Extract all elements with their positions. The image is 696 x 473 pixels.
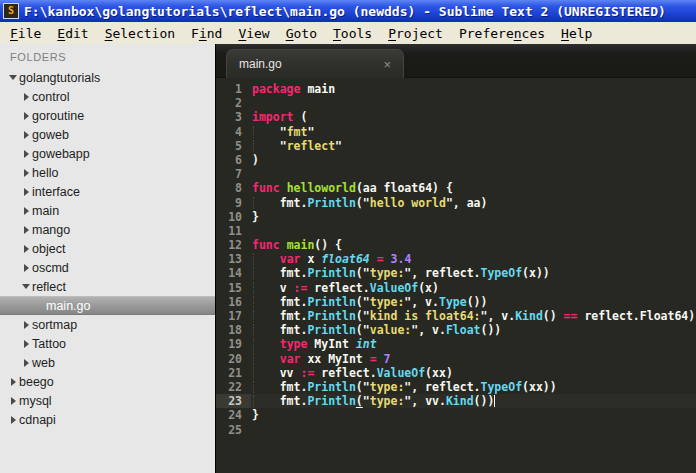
token: main: [287, 238, 315, 252]
sidebar-item-beego[interactable]: beego: [0, 372, 215, 391]
code-line[interactable]: 8func helloworld(aa float64) {: [216, 181, 696, 195]
code-line[interactable]: 6): [216, 153, 696, 167]
triangle-right-icon[interactable]: [20, 226, 32, 234]
code-line[interactable]: 7: [216, 167, 696, 181]
token: Println: [307, 323, 355, 337]
code-line[interactable]: 17 fmt.Println("kind is float64:", v.Kin…: [216, 309, 696, 323]
sidebar-item-label: hello: [32, 166, 58, 180]
sidebar-item-web[interactable]: web: [0, 353, 215, 372]
triangle-right-icon[interactable]: [7, 378, 19, 386]
line-number: 17: [216, 309, 251, 323]
code-line[interactable]: 12func main() {: [216, 238, 696, 252]
code-line[interactable]: 5 "reflect": [216, 139, 696, 153]
code-line[interactable]: 19 type MyInt int: [216, 337, 696, 351]
code-line-text: var xx MyInt = 7: [251, 352, 391, 366]
menu-item-edit[interactable]: Edit: [49, 24, 96, 43]
sidebar-item-sortmap[interactable]: sortmap: [0, 315, 215, 334]
tab-main-go[interactable]: main.go ×: [226, 49, 404, 78]
sidebar-item-reflect[interactable]: reflect: [0, 277, 215, 296]
sidebar-item-control[interactable]: control: [0, 87, 215, 106]
token: Kind: [446, 394, 474, 408]
disclosure-glyph: [11, 416, 16, 424]
line-number: 14: [216, 266, 251, 280]
code-line[interactable]: 3import (: [216, 110, 696, 124]
menu-item-find[interactable]: Find: [183, 24, 230, 43]
triangle-down-icon[interactable]: [7, 75, 19, 80]
menu-item-tools[interactable]: Tools: [325, 24, 380, 43]
code-editor[interactable]: 1package main23import (4 "fmt"5 "reflect…: [216, 78, 696, 473]
code-line[interactable]: 11: [216, 224, 696, 238]
token: Println: [307, 196, 355, 210]
triangle-right-icon[interactable]: [7, 397, 19, 405]
menu-item-file[interactable]: File: [2, 24, 49, 43]
triangle-right-icon[interactable]: [20, 245, 32, 253]
sidebar-item-goweb[interactable]: goweb: [0, 125, 215, 144]
sidebar-item-cdnapi[interactable]: cdnapi: [0, 410, 215, 429]
triangle-right-icon[interactable]: [20, 321, 32, 329]
triangle-right-icon[interactable]: [20, 93, 32, 101]
code-line-text: import (: [251, 110, 307, 124]
sidebar-item-label: sortmap: [32, 318, 77, 332]
code-line[interactable]: 14 fmt.Println("type:", reflect.TypeOf(x…: [216, 266, 696, 280]
code-line[interactable]: 20 var xx MyInt = 7: [216, 352, 696, 366]
sidebar-item-main-go[interactable]: main.go: [0, 296, 215, 315]
menu-item-selection[interactable]: Selection: [97, 24, 183, 43]
sidebar-item-main[interactable]: main: [0, 201, 215, 220]
code-line[interactable]: 21 vv := reflect.ValueOf(xx): [216, 366, 696, 380]
menu-item-help[interactable]: Help: [553, 24, 600, 43]
token: ": [363, 394, 370, 408]
code-line[interactable]: 13 var x float64 = 3.4: [216, 252, 696, 266]
disclosure-glyph: [24, 207, 29, 215]
token: reflect: [287, 139, 335, 153]
menu-item-goto[interactable]: Goto: [278, 24, 325, 43]
code-line[interactable]: 15 v := reflect.ValueOf(x): [216, 281, 696, 295]
code-line[interactable]: 9 fmt.Println("hello world", aa): [216, 196, 696, 210]
triangle-right-icon[interactable]: [20, 264, 32, 272]
code-line[interactable]: 1package main: [216, 82, 696, 96]
triangle-right-icon[interactable]: [20, 169, 32, 177]
code-line[interactable]: 24}: [216, 408, 696, 422]
sidebar-item-label: mysql: [19, 394, 52, 408]
code-line[interactable]: 10}: [216, 210, 696, 224]
close-icon[interactable]: ×: [383, 58, 391, 71]
menu-item-preferences[interactable]: Preferences: [451, 24, 553, 43]
code-line[interactable]: 16 fmt.Println("type:", v.Type()): [216, 295, 696, 309]
triangle-right-icon[interactable]: [20, 150, 32, 158]
triangle-right-icon[interactable]: [20, 207, 32, 215]
triangle-right-icon[interactable]: [7, 416, 19, 424]
triangle-down-icon[interactable]: [20, 284, 32, 289]
menu-item-project[interactable]: Project: [380, 24, 451, 43]
token: Println: [307, 380, 355, 394]
code-line[interactable]: 23 fmt.Println("type:", vv.Kind()): [216, 394, 696, 408]
sidebar-item-label: golangtutorials: [19, 71, 100, 85]
title-bar[interactable]: S F:\kanbox\golangtutorials\reflect\main…: [0, 0, 696, 22]
sidebar-item-tattoo[interactable]: Tattoo: [0, 334, 215, 353]
triangle-right-icon[interactable]: [20, 359, 32, 367]
token: [370, 252, 377, 266]
code-line-text: [251, 167, 252, 181]
triangle-right-icon[interactable]: [20, 131, 32, 139]
menu-item-view[interactable]: View: [230, 24, 277, 43]
token: [252, 337, 280, 351]
sidebar-item-goroutine[interactable]: goroutine: [0, 106, 215, 125]
sidebar-item-mysql[interactable]: mysql: [0, 391, 215, 410]
code-line[interactable]: 22 fmt.Println("type:", reflect.TypeOf(x…: [216, 380, 696, 394]
token: ()): [467, 295, 488, 309]
sublime-logo-icon[interactable]: S: [3, 3, 19, 19]
code-line[interactable]: 4 "fmt": [216, 125, 696, 139]
sidebar-item-hello[interactable]: hello: [0, 163, 215, 182]
token: reflect.Float64): [577, 309, 695, 323]
code-line[interactable]: 2: [216, 96, 696, 110]
sidebar-item-mango[interactable]: mango: [0, 220, 215, 239]
triangle-right-icon[interactable]: [20, 112, 32, 120]
triangle-right-icon[interactable]: [20, 340, 32, 348]
line-number: 4: [216, 125, 251, 139]
sidebar-item-golangtutorials[interactable]: golangtutorials: [0, 68, 215, 87]
sidebar-item-gowebapp[interactable]: gowebapp: [0, 144, 215, 163]
code-line[interactable]: 25: [216, 423, 696, 437]
sidebar-item-oscmd[interactable]: oscmd: [0, 258, 215, 277]
triangle-right-icon[interactable]: [20, 188, 32, 196]
code-line[interactable]: 18 fmt.Println("value:", v.Float()): [216, 323, 696, 337]
sidebar-item-object[interactable]: object: [0, 239, 215, 258]
sidebar-item-interface[interactable]: interface: [0, 182, 215, 201]
